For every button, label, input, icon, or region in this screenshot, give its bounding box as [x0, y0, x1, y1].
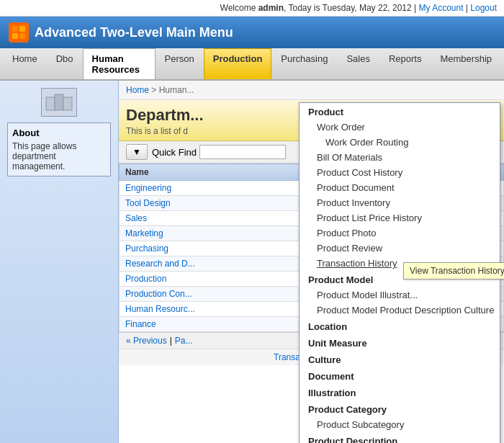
menu-section-header: Location	[300, 318, 500, 334]
dropdown-arrow-btn[interactable]: ▼	[126, 144, 148, 160]
nav-reports[interactable]: Reports	[379, 48, 431, 79]
quick-find-group: Quick Find	[152, 145, 286, 159]
table-row-link[interactable]: Marketing	[125, 228, 163, 238]
my-account-link[interactable]: My Account	[418, 3, 463, 13]
main-content: Home > Human... Departm... This is a lis…	[119, 81, 504, 443]
breadcrumb-separator: >	[151, 85, 158, 95]
nav-human-resources[interactable]: Human Resources	[83, 48, 156, 79]
menu-section-header: Product	[300, 103, 500, 120]
nav-membership[interactable]: Membership	[431, 48, 501, 79]
nav-dbo[interactable]: Dbo	[47, 48, 83, 79]
logout-link[interactable]: Logout	[470, 3, 497, 13]
table-row-link[interactable]: Production	[125, 274, 166, 284]
nav-production[interactable]: Production	[204, 48, 272, 79]
nav-sales[interactable]: Sales	[337, 48, 379, 79]
svg-rect-6	[63, 97, 72, 110]
quick-find-label: Quick Find	[152, 147, 197, 158]
menu-item[interactable]: Product Cost History	[300, 165, 500, 180]
menu-section-header: Product Model	[300, 271, 500, 287]
prev-link[interactable]: « Previous	[126, 336, 167, 346]
breadcrumb: Home > Human...	[119, 81, 504, 100]
table-row-link[interactable]: Research and D...	[125, 259, 195, 269]
sidebar-dept-icon	[41, 88, 77, 117]
app-title: Advanced Two-Level Main Menu	[35, 25, 233, 40]
svg-rect-1	[19, 26, 25, 32]
menu-item[interactable]: Product Inventory	[300, 195, 500, 210]
about-text: This page allows department management.	[12, 141, 106, 171]
menu-item[interactable]: Product Model Product Description Cultur…	[300, 303, 500, 318]
menu-item[interactable]: Product List Price History	[300, 210, 500, 225]
welcome-text: Welcome	[220, 3, 258, 13]
menu-item[interactable]: Work Order	[300, 120, 500, 135]
table-row-link[interactable]: Engineering	[125, 183, 171, 193]
nav-home[interactable]: Home	[3, 48, 47, 79]
breadcrumb-home[interactable]: Home	[126, 85, 149, 95]
table-row-link[interactable]: Human Resourc...	[125, 304, 195, 314]
svg-rect-2	[12, 33, 18, 39]
table-row-link[interactable]: Purchasing	[125, 243, 168, 254]
svg-rect-3	[19, 33, 25, 39]
menu-section-header: Product Category	[300, 401, 500, 417]
menu-item[interactable]: Bill Of Materials	[300, 150, 500, 165]
about-box: About This page allows department manage…	[7, 122, 111, 176]
table-row-link[interactable]: Finance	[125, 319, 156, 329]
menu-section-header: Document	[300, 367, 500, 384]
app-header: Advanced Two-Level Main Menu	[0, 17, 504, 48]
content-area: About This page allows department manage…	[0, 81, 504, 443]
username: admin	[258, 3, 284, 13]
pages-link[interactable]: Pa...	[175, 336, 193, 346]
app-logo	[9, 22, 29, 42]
menu-item[interactable]: Product Review	[300, 241, 500, 256]
breadcrumb-section: Human...	[159, 85, 194, 95]
nav-person[interactable]: Person	[156, 48, 204, 79]
svg-rect-4	[46, 97, 55, 110]
svg-rect-0	[12, 26, 18, 32]
main-nav: Home Dbo Human Resources Person Producti…	[0, 48, 504, 81]
table-row-link[interactable]: Tool Design	[125, 198, 171, 208]
nav-purchasing[interactable]: Purchasing	[271, 48, 337, 79]
menu-item[interactable]: Product Document	[300, 180, 500, 195]
menu-item[interactable]: Product Subcategory	[300, 417, 500, 432]
menu-item[interactable]: Work Order Routing	[300, 135, 500, 150]
menu-item[interactable]: Product Model Illustrat...	[300, 287, 500, 303]
about-title: About	[12, 127, 106, 138]
menu-item[interactable]: Transaction History	[300, 256, 500, 271]
production-dropdown-menu[interactable]: ProductWork OrderWork Order RoutingBill …	[299, 102, 500, 443]
menu-item[interactable]: Product Photo	[300, 225, 500, 241]
table-row-link[interactable]: Sales	[125, 213, 147, 223]
menu-section-header: Culture	[300, 351, 500, 367]
menu-section-header: Product Description	[300, 432, 500, 443]
menu-section-header: Illustration	[300, 384, 500, 401]
nav-wrapper: Home Dbo Human Resources Person Producti…	[0, 48, 504, 81]
quick-find-input[interactable]	[199, 145, 286, 159]
left-sidebar: About This page allows department manage…	[0, 81, 119, 443]
svg-rect-5	[55, 94, 63, 110]
table-row-link[interactable]: Production Con...	[125, 289, 192, 299]
top-bar: Welcome admin, Today is Tuesday, May 22,…	[0, 0, 504, 17]
menu-section-header: Unit Measure	[300, 334, 500, 351]
today-text: , Today is Tuesday, May 22, 2012	[284, 3, 412, 13]
